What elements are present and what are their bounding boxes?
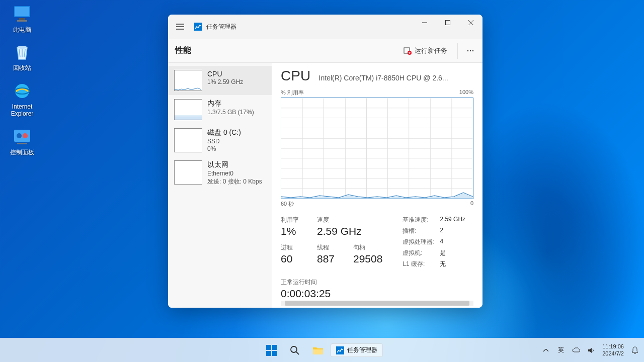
stat-uptime-value: 0:00:03:25 [281,288,382,300]
run-new-task-button[interactable]: 运行新任务 [398,43,452,58]
memory-thumbnail [174,99,202,120]
svg-rect-49 [313,349,323,354]
ime-indicator[interactable]: 英 [554,340,568,361]
bell-icon [631,346,638,354]
taskbar: 任务管理器 英 11:19:06 2024/7/2 [0,338,644,362]
maximize-button[interactable] [436,15,459,31]
file-explorer-button[interactable] [307,340,329,361]
svg-rect-43 [266,345,271,350]
cloud-icon [572,347,580,353]
spec-base-speed-k: 基准速度: [403,216,440,224]
search-button[interactable] [284,340,305,361]
tray-onedrive[interactable] [569,340,583,361]
chart-xlabel-left: 60 秒 [281,200,294,208]
horizontal-scrollbar[interactable] [281,301,473,306]
app-title-text: 任务管理器 [206,23,236,31]
windows-logo-icon [266,345,277,356]
sidebar-item-sub: SSD [207,138,241,145]
stat-thread-label: 线程 [317,243,342,252]
ethernet-thumbnail [174,160,202,185]
spec-base-speed-v: 2.59 GHz [440,216,465,224]
nav-toggle-button[interactable] [168,15,192,39]
svg-point-8 [17,133,22,138]
sidebar-item-memory[interactable]: 内存 1.3/7.5 GB (17%) [168,95,272,124]
main-pane: CPU Intel(R) Core(TM) i7-8850H CPU @ 2.6… [272,63,482,308]
stat-uptime-label: 正常运行时间 [281,278,382,287]
svg-rect-7 [14,130,30,142]
close-button[interactable] [459,15,482,31]
sidebar-item-sub: 1.3/7.5 GB (17%) [207,109,254,116]
spec-vm-k: 虚拟机: [403,249,440,257]
svg-point-9 [23,133,28,138]
stat-util-label: 利用率 [281,216,306,224]
svg-point-4 [17,46,27,49]
more-options-button[interactable] [457,43,475,59]
desktop-icon-ie[interactable]: Internet Explorer [4,81,40,118]
stat-util-value: 1% [281,225,306,237]
spec-sockets-v: 2 [440,227,443,235]
desktop-icon-label: 此电脑 [13,26,31,33]
desktop-icon-recycle-bin[interactable]: 回收站 [4,42,40,71]
content: CPU 1% 2.59 GHz 内存 1.3/7.5 GB (17%) 磁盘 0… [168,63,482,308]
sidebar-item-name: 内存 [207,99,254,108]
cpu-thumbnail [174,70,202,91]
cpu-chart-container: % 利用率 100% 60 秒 0 [281,89,473,208]
svg-rect-16 [446,21,450,25]
app-title: 任务管理器 [194,23,236,31]
toolbar: 性能 运行新任务 [168,39,482,63]
cpu-utilization-chart [281,98,473,199]
scrollbar-thumb[interactable] [285,301,470,306]
sidebar-item-sub: 1% 2.59 GHz [207,78,243,85]
stat-handle-value: 29508 [353,253,382,265]
svg-rect-46 [272,351,277,356]
svg-rect-44 [272,345,277,350]
page-title: 性能 [175,45,398,56]
notification-center-button[interactable] [628,340,642,361]
svg-rect-45 [266,351,271,356]
chart-ymax: 100% [459,89,473,97]
sidebar-item-sub2: 0% [207,145,241,152]
spec-vproc-v: 4 [440,238,443,246]
sidebar-item-disk[interactable]: 磁盘 0 (C:) SSD 0% [168,124,272,156]
window-controls [413,15,482,31]
task-manager-icon [194,23,202,31]
stat-speed-value: 2.59 GHz [317,225,362,237]
desktop-icon-control-panel[interactable]: 控制面板 [4,127,40,156]
monitor-icon [12,4,32,24]
svg-point-23 [467,50,468,51]
svg-line-48 [296,352,299,354]
svg-point-25 [472,50,473,51]
minimize-button[interactable] [413,15,436,31]
taskbar-running-label: 任务管理器 [347,346,377,354]
cpu-model: Intel(R) Core(TM) i7-8850H CPU @ 2.6... [319,74,448,82]
cpu-stats: 利用率1% 速度2.59 GHz 进程60 线程887 句柄29508 正常运行… [281,216,473,300]
taskbar-running-task-manager[interactable]: 任务管理器 [331,343,383,357]
spec-vproc-k: 虚拟处理器: [403,238,440,246]
sidebar-item-sub: Ethernet0 [207,170,262,177]
taskbar-center: 任务管理器 [261,340,383,361]
chevron-up-icon [543,349,548,352]
tray-overflow-button[interactable] [539,340,553,361]
tray-volume[interactable] [584,340,598,361]
svg-rect-1 [15,7,29,16]
task-manager-icon [336,346,344,354]
sidebar-item-name: CPU [207,70,243,78]
cpu-specs: 基准速度:2.59 GHz 插槽:2 虚拟处理器:4 虚拟机:是 L1 缓存:无 [403,216,473,300]
start-button[interactable] [261,340,282,361]
desktop-icon-this-pc[interactable]: 此电脑 [4,4,40,33]
svg-rect-10 [17,143,27,144]
svg-rect-14 [194,23,202,31]
desktop-icon-label: Internet Explorer [4,103,40,118]
svg-rect-3 [17,20,27,22]
system-tray: 英 11:19:06 2024/7/2 [539,340,642,361]
svg-rect-2 [19,18,25,20]
titlebar[interactable]: 任务管理器 [168,15,482,39]
taskbar-clock[interactable]: 11:19:06 2024/7/2 [599,343,627,357]
sidebar-item-cpu[interactable]: CPU 1% 2.59 GHz [168,66,272,95]
speaker-icon [588,347,595,354]
run-new-task-label: 运行新任务 [415,46,447,55]
search-icon [290,345,300,355]
stat-speed-label: 速度 [317,216,362,224]
sidebar-item-sub2: 发送: 0 接收: 0 Kbps [207,177,262,186]
sidebar-item-ethernet[interactable]: 以太网 Ethernet0 发送: 0 接收: 0 Kbps [168,156,272,190]
